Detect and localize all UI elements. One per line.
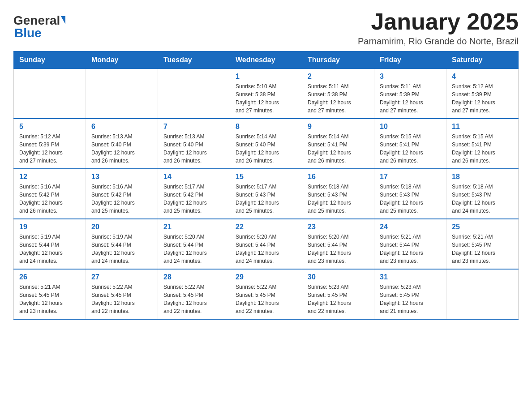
calendar-cell-w5-d1: 26Sunrise: 5:21 AMSunset: 5:45 PMDayligh… xyxy=(14,269,86,319)
day-number-26: 26 xyxy=(19,273,80,281)
day-info-7: Sunrise: 5:13 AMSunset: 5:40 PMDaylight:… xyxy=(163,133,224,165)
calendar-cell-w5-d3: 28Sunrise: 5:22 AMSunset: 5:45 PMDayligh… xyxy=(158,269,230,319)
day-number-10: 10 xyxy=(380,123,441,131)
header: General Blue January 2025 Parnamirim, Ri… xyxy=(13,9,519,47)
day-number-3: 3 xyxy=(380,73,441,81)
week-row-2: 5Sunrise: 5:12 AMSunset: 5:39 PMDaylight… xyxy=(14,119,519,169)
weekday-header-friday: Friday xyxy=(374,51,446,69)
weekday-header-wednesday: Wednesday xyxy=(230,51,302,69)
calendar-cell-w4-d2: 20Sunrise: 5:19 AMSunset: 5:44 PMDayligh… xyxy=(86,219,158,269)
calendar-cell-w2-d4: 8Sunrise: 5:14 AMSunset: 5:40 PMDaylight… xyxy=(230,119,302,169)
weekday-header-saturday: Saturday xyxy=(446,51,519,69)
day-number-9: 9 xyxy=(308,123,369,131)
calendar-cell-w3-d5: 16Sunrise: 5:18 AMSunset: 5:43 PMDayligh… xyxy=(302,169,374,219)
weekday-header-sunday: Sunday xyxy=(14,51,86,69)
day-number-14: 14 xyxy=(163,173,224,181)
calendar-cell-w1-d1 xyxy=(14,69,86,119)
day-info-18: Sunrise: 5:18 AMSunset: 5:43 PMDaylight:… xyxy=(452,183,513,215)
day-info-16: Sunrise: 5:18 AMSunset: 5:43 PMDaylight:… xyxy=(308,183,369,215)
month-title: January 2025 xyxy=(358,9,519,34)
day-info-20: Sunrise: 5:19 AMSunset: 5:44 PMDaylight:… xyxy=(91,233,152,265)
day-number-15: 15 xyxy=(236,173,296,181)
day-info-19: Sunrise: 5:19 AMSunset: 5:44 PMDaylight:… xyxy=(19,233,80,265)
calendar-cell-w4-d5: 23Sunrise: 5:20 AMSunset: 5:44 PMDayligh… xyxy=(302,219,374,269)
logo: General Blue xyxy=(13,13,65,40)
day-info-25: Sunrise: 5:21 AMSunset: 5:45 PMDaylight:… xyxy=(452,233,513,265)
day-number-12: 12 xyxy=(19,173,80,181)
calendar-cell-w4-d4: 22Sunrise: 5:20 AMSunset: 5:44 PMDayligh… xyxy=(230,219,302,269)
day-number-24: 24 xyxy=(380,223,441,231)
logo-blue-text: Blue xyxy=(14,26,42,40)
calendar-cell-w3-d6: 17Sunrise: 5:18 AMSunset: 5:43 PMDayligh… xyxy=(374,169,446,219)
calendar-cell-w2-d3: 7Sunrise: 5:13 AMSunset: 5:40 PMDaylight… xyxy=(158,119,230,169)
day-info-10: Sunrise: 5:15 AMSunset: 5:41 PMDaylight:… xyxy=(380,133,441,165)
calendar-cell-w1-d4: 1Sunrise: 5:10 AMSunset: 5:38 PMDaylight… xyxy=(230,69,302,119)
day-info-26: Sunrise: 5:21 AMSunset: 5:45 PMDaylight:… xyxy=(19,283,80,315)
day-number-18: 18 xyxy=(452,173,513,181)
calendar-cell-w3-d1: 12Sunrise: 5:16 AMSunset: 5:42 PMDayligh… xyxy=(14,169,86,219)
day-number-13: 13 xyxy=(91,173,152,181)
calendar-cell-w3-d3: 14Sunrise: 5:17 AMSunset: 5:42 PMDayligh… xyxy=(158,169,230,219)
day-number-5: 5 xyxy=(19,123,80,131)
calendar-cell-w1-d6: 3Sunrise: 5:11 AMSunset: 5:39 PMDaylight… xyxy=(374,69,446,119)
day-info-2: Sunrise: 5:11 AMSunset: 5:38 PMDaylight:… xyxy=(308,82,369,115)
day-number-16: 16 xyxy=(308,173,369,181)
day-info-9: Sunrise: 5:14 AMSunset: 5:41 PMDaylight:… xyxy=(308,133,369,165)
calendar-cell-w5-d2: 27Sunrise: 5:22 AMSunset: 5:45 PMDayligh… xyxy=(86,269,158,319)
day-info-13: Sunrise: 5:16 AMSunset: 5:42 PMDaylight:… xyxy=(91,183,152,215)
day-info-1: Sunrise: 5:10 AMSunset: 5:38 PMDaylight:… xyxy=(236,82,296,115)
day-info-21: Sunrise: 5:20 AMSunset: 5:44 PMDaylight:… xyxy=(163,233,224,265)
day-number-27: 27 xyxy=(91,273,152,281)
day-number-22: 22 xyxy=(236,223,296,231)
calendar-cell-w5-d7 xyxy=(446,269,519,319)
calendar-cell-w4-d3: 21Sunrise: 5:20 AMSunset: 5:44 PMDayligh… xyxy=(158,219,230,269)
day-info-14: Sunrise: 5:17 AMSunset: 5:42 PMDaylight:… xyxy=(163,183,224,215)
week-row-5: 26Sunrise: 5:21 AMSunset: 5:45 PMDayligh… xyxy=(14,269,519,319)
calendar-cell-w1-d5: 2Sunrise: 5:11 AMSunset: 5:38 PMDaylight… xyxy=(302,69,374,119)
calendar-cell-w3-d2: 13Sunrise: 5:16 AMSunset: 5:42 PMDayligh… xyxy=(86,169,158,219)
day-info-17: Sunrise: 5:18 AMSunset: 5:43 PMDaylight:… xyxy=(380,183,441,215)
calendar-cell-w5-d6: 31Sunrise: 5:23 AMSunset: 5:45 PMDayligh… xyxy=(374,269,446,319)
day-info-29: Sunrise: 5:22 AMSunset: 5:45 PMDaylight:… xyxy=(236,283,296,315)
location-text: Parnamirim, Rio Grande do Norte, Brazil xyxy=(358,36,519,47)
day-info-5: Sunrise: 5:12 AMSunset: 5:39 PMDaylight:… xyxy=(19,133,80,165)
week-row-1: 1Sunrise: 5:10 AMSunset: 5:38 PMDaylight… xyxy=(14,69,519,119)
day-info-23: Sunrise: 5:20 AMSunset: 5:44 PMDaylight:… xyxy=(308,233,369,265)
day-info-4: Sunrise: 5:12 AMSunset: 5:39 PMDaylight:… xyxy=(452,82,513,115)
weekday-header-monday: Monday xyxy=(86,51,158,69)
week-row-3: 12Sunrise: 5:16 AMSunset: 5:42 PMDayligh… xyxy=(14,169,519,219)
calendar-cell-w2-d7: 11Sunrise: 5:15 AMSunset: 5:41 PMDayligh… xyxy=(446,119,519,169)
day-info-22: Sunrise: 5:20 AMSunset: 5:44 PMDaylight:… xyxy=(236,233,296,265)
day-number-11: 11 xyxy=(452,123,513,131)
day-info-12: Sunrise: 5:16 AMSunset: 5:42 PMDaylight:… xyxy=(19,183,80,215)
day-number-8: 8 xyxy=(236,123,296,131)
calendar-cell-w2-d5: 9Sunrise: 5:14 AMSunset: 5:41 PMDaylight… xyxy=(302,119,374,169)
calendar-cell-w1-d3 xyxy=(158,69,230,119)
logo-triangle-icon xyxy=(61,16,65,24)
calendar-cell-w2-d2: 6Sunrise: 5:13 AMSunset: 5:40 PMDaylight… xyxy=(86,119,158,169)
day-number-7: 7 xyxy=(163,123,224,131)
day-info-28: Sunrise: 5:22 AMSunset: 5:45 PMDaylight:… xyxy=(163,283,224,315)
calendar-cell-w2-d6: 10Sunrise: 5:15 AMSunset: 5:41 PMDayligh… xyxy=(374,119,446,169)
calendar-cell-w5-d4: 29Sunrise: 5:22 AMSunset: 5:45 PMDayligh… xyxy=(230,269,302,319)
day-info-15: Sunrise: 5:17 AMSunset: 5:43 PMDaylight:… xyxy=(236,183,296,215)
day-number-1: 1 xyxy=(236,73,296,81)
day-number-25: 25 xyxy=(452,223,513,231)
calendar-cell-w4-d1: 19Sunrise: 5:19 AMSunset: 5:44 PMDayligh… xyxy=(14,219,86,269)
calendar-cell-w4-d7: 25Sunrise: 5:21 AMSunset: 5:45 PMDayligh… xyxy=(446,219,519,269)
calendar-cell-w2-d1: 5Sunrise: 5:12 AMSunset: 5:39 PMDaylight… xyxy=(14,119,86,169)
day-number-17: 17 xyxy=(380,173,441,181)
calendar-table: SundayMondayTuesdayWednesdayThursdayFrid… xyxy=(13,51,519,320)
day-number-6: 6 xyxy=(91,123,152,131)
calendar-cell-w4-d6: 24Sunrise: 5:21 AMSunset: 5:44 PMDayligh… xyxy=(374,219,446,269)
week-row-4: 19Sunrise: 5:19 AMSunset: 5:44 PMDayligh… xyxy=(14,219,519,269)
day-number-19: 19 xyxy=(19,223,80,231)
weekday-header-tuesday: Tuesday xyxy=(158,51,230,69)
day-info-3: Sunrise: 5:11 AMSunset: 5:39 PMDaylight:… xyxy=(380,82,441,115)
day-info-27: Sunrise: 5:22 AMSunset: 5:45 PMDaylight:… xyxy=(91,283,152,315)
calendar-cell-w5-d5: 30Sunrise: 5:23 AMSunset: 5:45 PMDayligh… xyxy=(302,269,374,319)
calendar-cell-w1-d2 xyxy=(86,69,158,119)
calendar-cell-w3-d4: 15Sunrise: 5:17 AMSunset: 5:43 PMDayligh… xyxy=(230,169,302,219)
day-number-23: 23 xyxy=(308,223,369,231)
calendar-cell-w1-d7: 4Sunrise: 5:12 AMSunset: 5:39 PMDaylight… xyxy=(446,69,519,119)
